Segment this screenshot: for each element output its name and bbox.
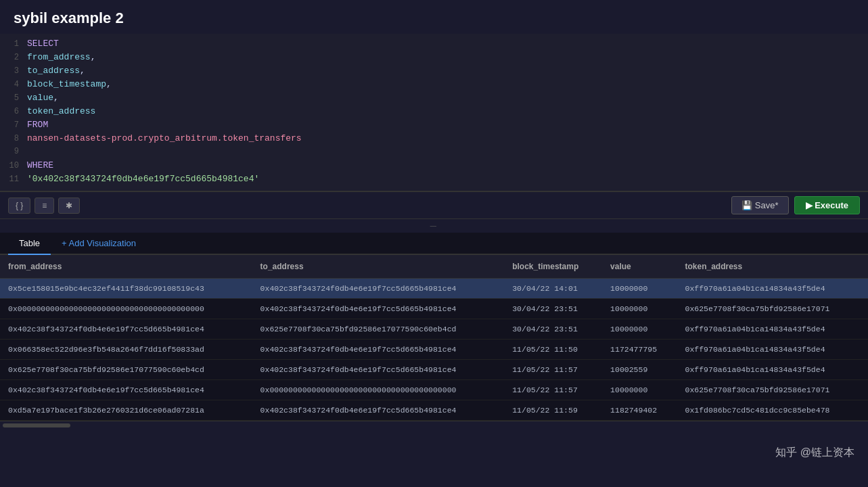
- toolbar-left: { } ≡ ✱: [8, 198, 80, 214]
- line-number: 3: [0, 66, 27, 76]
- save-button[interactable]: 💾 Save*: [731, 196, 788, 214]
- line-content: nansen-datasets-prod.crypto_arbitrum.tok…: [27, 133, 302, 143]
- drag-handle[interactable]: ⸻: [0, 219, 868, 233]
- cell-from_address: 0x00000000000000000000000000000000000000…: [0, 299, 252, 319]
- cell-to_address: 0x402c38f343724f0db4e6e19f7cc5d665b4981c…: [252, 340, 505, 360]
- table-row: 0x066358ec522d96e3fb548a2646f7dd16f50833…: [0, 340, 868, 360]
- cell-from_address: 0x066358ec522d96e3fb548a2646f7dd16f50833…: [0, 340, 252, 360]
- cell-to_address: 0x00000000000000000000000000000000000000…: [252, 380, 505, 400]
- code-line: 5 value,: [0, 92, 868, 106]
- page-title: sybil example 2: [0, 0, 868, 34]
- cell-value: 10000000: [602, 380, 677, 400]
- line-number: 8: [0, 134, 27, 143]
- col-header-block_timestamp[interactable]: block_timestamp: [504, 255, 602, 279]
- hscroll-thumb: [3, 423, 70, 427]
- cell-from_address: 0x5ce158015e9bc4ec32ef4411f38dc99108519c…: [0, 279, 252, 299]
- col-header-to_address[interactable]: to_address: [252, 255, 505, 279]
- line-number: 9: [0, 147, 27, 156]
- code-line: 8 nansen-datasets-prod.crypto_arbitrum.t…: [0, 133, 868, 146]
- line-content: value,: [27, 93, 59, 103]
- cell-value: 10000000: [602, 319, 677, 340]
- execute-button[interactable]: ▶ Execute: [794, 196, 860, 214]
- code-line: 7FROM: [0, 119, 868, 133]
- col-header-value[interactable]: value: [602, 255, 677, 279]
- list-view-button[interactable]: ≡: [35, 198, 54, 214]
- cell-from_address: 0xd5a7e197bace1f3b26e2760321d6ce06ad0728…: [0, 400, 252, 421]
- results-table: from_addressto_addressblock_timestampval…: [0, 255, 868, 421]
- line-number: 2: [0, 53, 27, 62]
- tab-add-visualization[interactable]: + Add Visualization: [53, 233, 144, 254]
- tab-table[interactable]: Table: [8, 233, 51, 255]
- code-line: 9: [0, 146, 868, 160]
- line-content: SELECT: [27, 39, 59, 49]
- cell-value: 10002559: [602, 360, 677, 380]
- line-number: 11: [0, 175, 27, 184]
- cell-from_address: 0x402c38f343724f0db4e6e19f7cc5d665b4981c…: [0, 380, 252, 400]
- cell-token_address: 0xff970a61a04b1ca14834a43f5de4: [677, 340, 869, 360]
- cell-block_timestamp: 11/05/22 11:57: [504, 360, 602, 380]
- horizontal-scrollbar[interactable]: [0, 421, 868, 429]
- code-line: 10WHERE: [0, 160, 868, 173]
- cell-token_address: 0x625e7708f30ca75bfd92586e17071: [677, 299, 869, 319]
- code-line: 2 from_address,: [0, 51, 868, 65]
- toolbar: { } ≡ ✱ 💾 Save* ▶ Execute: [0, 191, 868, 219]
- cell-block_timestamp: 11/05/22 11:57: [504, 380, 602, 400]
- cell-token_address: 0x625e7708f30ca75bfd92586e17071: [677, 380, 869, 400]
- table-row: 0x402c38f343724f0db4e6e19f7cc5d665b4981c…: [0, 380, 868, 400]
- cell-token_address: 0xff970a61a04b1ca14834a43f5de4: [677, 319, 869, 340]
- line-content: block_timestamp,: [27, 79, 112, 89]
- line-content: FROM: [27, 120, 48, 130]
- cell-value: 10000000: [602, 279, 677, 299]
- results-section: Table + Add Visualization from_addressto…: [0, 233, 868, 429]
- cell-value: 1172477795: [602, 340, 677, 360]
- line-content: WHERE: [27, 160, 53, 170]
- line-number: 1: [0, 39, 27, 49]
- line-number: 10: [0, 161, 27, 170]
- cell-from_address: 0x402c38f343724f0db4e6e19f7cc5d665b4981c…: [0, 319, 252, 340]
- table-row: 0x5ce158015e9bc4ec32ef4411f38dc99108519c…: [0, 279, 868, 299]
- line-number: 4: [0, 80, 27, 89]
- col-header-from_address[interactable]: from_address: [0, 255, 252, 279]
- cell-token_address: 0x1fd086bc7cd5c481dcc9c85ebe478: [677, 400, 869, 421]
- line-content: from_address,: [27, 52, 95, 62]
- cell-block_timestamp: 30/04/22 14:01: [504, 279, 602, 299]
- watermark: 知乎 @链上资本: [775, 446, 854, 460]
- table-header: from_addressto_addressblock_timestampval…: [0, 255, 868, 279]
- line-content: to_address,: [27, 66, 85, 76]
- toolbar-right: 💾 Save* ▶ Execute: [731, 196, 860, 214]
- code-editor: 1SELECT2 from_address,3 to_address,4 blo…: [0, 34, 868, 191]
- cell-block_timestamp: 11/05/22 11:50: [504, 340, 602, 360]
- json-view-button[interactable]: { }: [8, 198, 30, 214]
- line-number: 7: [0, 120, 27, 130]
- line-number: 5: [0, 93, 27, 103]
- cell-to_address: 0x625e7708f30ca75bfd92586e17077590c60eb4…: [252, 319, 505, 340]
- cell-value: 1182749402: [602, 400, 677, 421]
- cell-block_timestamp: 30/04/22 23:51: [504, 299, 602, 319]
- code-line: 6 token_address: [0, 106, 868, 119]
- table-row: 0xd5a7e197bace1f3b26e2760321d6ce06ad0728…: [0, 400, 868, 421]
- code-line: 4 block_timestamp,: [0, 78, 868, 92]
- table-row: 0x00000000000000000000000000000000000000…: [0, 299, 868, 319]
- cell-to_address: 0x402c38f343724f0db4e6e19f7cc5d665b4981c…: [252, 360, 505, 380]
- code-line: 1SELECT: [0, 38, 868, 51]
- code-line: 3 to_address,: [0, 65, 868, 78]
- tabs-bar: Table + Add Visualization: [0, 233, 868, 255]
- table-row: 0x402c38f343724f0db4e6e19f7cc5d665b4981c…: [0, 319, 868, 340]
- cell-block_timestamp: 30/04/22 23:51: [504, 319, 602, 340]
- cell-to_address: 0x402c38f343724f0db4e6e19f7cc5d665b4981c…: [252, 279, 505, 299]
- col-header-token_address[interactable]: token_address: [677, 255, 869, 279]
- line-number: 6: [0, 107, 27, 116]
- table-row: 0x625e7708f30ca75bfd92586e17077590c60eb4…: [0, 360, 868, 380]
- cell-value: 10000000: [602, 299, 677, 319]
- cell-block_timestamp: 11/05/22 11:59: [504, 400, 602, 421]
- table-body: 0x5ce158015e9bc4ec32ef4411f38dc99108519c…: [0, 279, 868, 421]
- cell-token_address: 0xff970a61a04b1ca14834a43f5de4: [677, 279, 869, 299]
- table-container[interactable]: from_addressto_addressblock_timestampval…: [0, 255, 868, 421]
- star-button[interactable]: ✱: [58, 198, 80, 214]
- cell-to_address: 0x402c38f343724f0db4e6e19f7cc5d665b4981c…: [252, 400, 505, 421]
- cell-to_address: 0x402c38f343724f0db4e6e19f7cc5d665b4981c…: [252, 299, 505, 319]
- line-content: '0x402c38f343724f0db4e6e19f7cc5d665b4981…: [27, 174, 259, 184]
- code-line: 11 '0x402c38f343724f0db4e6e19f7cc5d665b4…: [0, 173, 868, 187]
- cell-token_address: 0xff970a61a04b1ca14834a43f5de4: [677, 360, 869, 380]
- cell-from_address: 0x625e7708f30ca75bfd92586e17077590c60eb4…: [0, 360, 252, 380]
